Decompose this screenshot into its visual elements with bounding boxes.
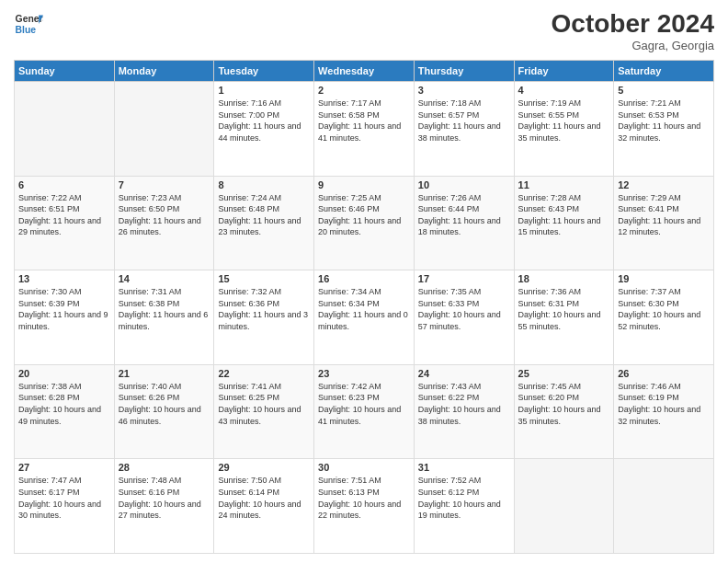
day-number: 11 — [518, 179, 610, 190]
day-info: Sunrise: 7:50 AM Sunset: 6:14 PM Dayligh… — [218, 475, 310, 521]
day-info: Sunrise: 7:46 AM Sunset: 6:19 PM Dayligh… — [618, 381, 710, 427]
calendar-cell: 8Sunrise: 7:24 AM Sunset: 6:48 PM Daylig… — [214, 176, 314, 270]
day-number: 2 — [318, 85, 410, 96]
day-info: Sunrise: 7:51 AM Sunset: 6:13 PM Dayligh… — [318, 475, 410, 521]
weekday-header-wednesday: Wednesday — [314, 61, 415, 82]
calendar-cell: 14Sunrise: 7:31 AM Sunset: 6:38 PM Dayli… — [114, 270, 214, 365]
calendar-cell — [614, 459, 714, 554]
day-number: 9 — [318, 179, 410, 190]
day-number: 24 — [418, 368, 510, 379]
day-number: 25 — [518, 368, 610, 379]
day-number: 17 — [418, 273, 510, 284]
logo-icon: General Blue — [14, 9, 43, 39]
day-number: 28 — [119, 462, 210, 473]
calendar-week-3: 13Sunrise: 7:30 AM Sunset: 6:39 PM Dayli… — [15, 270, 714, 365]
calendar-cell: 9Sunrise: 7:25 AM Sunset: 6:46 PM Daylig… — [314, 176, 415, 270]
weekday-header-monday: Monday — [114, 61, 214, 82]
day-number: 18 — [518, 273, 610, 284]
calendar-cell: 16Sunrise: 7:34 AM Sunset: 6:34 PM Dayli… — [314, 270, 415, 365]
day-info: Sunrise: 7:29 AM Sunset: 6:41 PM Dayligh… — [618, 192, 710, 238]
day-info: Sunrise: 7:34 AM Sunset: 6:34 PM Dayligh… — [318, 286, 410, 332]
calendar-cell: 22Sunrise: 7:41 AM Sunset: 6:25 PM Dayli… — [214, 364, 314, 459]
day-number: 12 — [618, 179, 710, 190]
day-info: Sunrise: 7:17 AM Sunset: 6:58 PM Dayligh… — [318, 98, 410, 144]
day-number: 8 — [218, 179, 310, 190]
day-info: Sunrise: 7:42 AM Sunset: 6:23 PM Dayligh… — [318, 381, 410, 427]
day-info: Sunrise: 7:40 AM Sunset: 6:26 PM Dayligh… — [119, 381, 210, 427]
day-info: Sunrise: 7:23 AM Sunset: 6:50 PM Dayligh… — [119, 192, 210, 238]
weekday-header-thursday: Thursday — [414, 61, 514, 82]
day-number: 23 — [318, 368, 410, 379]
calendar-cell: 23Sunrise: 7:42 AM Sunset: 6:23 PM Dayli… — [314, 364, 415, 459]
calendar-week-4: 20Sunrise: 7:38 AM Sunset: 6:28 PM Dayli… — [15, 364, 714, 459]
day-info: Sunrise: 7:41 AM Sunset: 6:25 PM Dayligh… — [218, 381, 310, 427]
day-number: 26 — [618, 368, 710, 379]
calendar-table: SundayMondayTuesdayWednesdayThursdayFrid… — [14, 60, 714, 554]
day-info: Sunrise: 7:37 AM Sunset: 6:30 PM Dayligh… — [618, 286, 710, 332]
day-number: 27 — [18, 462, 110, 473]
calendar-cell: 7Sunrise: 7:23 AM Sunset: 6:50 PM Daylig… — [114, 176, 214, 270]
day-number: 15 — [218, 273, 310, 284]
day-info: Sunrise: 7:30 AM Sunset: 6:39 PM Dayligh… — [18, 286, 110, 332]
page: General Blue October 2024 Gagra, Georgia… — [0, 0, 728, 563]
day-number: 21 — [119, 368, 210, 379]
day-info: Sunrise: 7:18 AM Sunset: 6:57 PM Dayligh… — [418, 98, 510, 144]
calendar-cell: 30Sunrise: 7:51 AM Sunset: 6:13 PM Dayli… — [314, 459, 415, 554]
calendar-cell: 15Sunrise: 7:32 AM Sunset: 6:36 PM Dayli… — [214, 270, 314, 365]
weekday-header-row: SundayMondayTuesdayWednesdayThursdayFrid… — [15, 61, 714, 82]
calendar-cell — [114, 82, 214, 177]
calendar-cell: 31Sunrise: 7:52 AM Sunset: 6:12 PM Dayli… — [414, 459, 514, 554]
calendar-cell — [15, 82, 115, 177]
calendar-cell: 4Sunrise: 7:19 AM Sunset: 6:55 PM Daylig… — [514, 82, 614, 177]
day-number: 16 — [318, 273, 410, 284]
day-number: 29 — [218, 462, 310, 473]
day-info: Sunrise: 7:47 AM Sunset: 6:17 PM Dayligh… — [18, 475, 110, 521]
day-info: Sunrise: 7:28 AM Sunset: 6:43 PM Dayligh… — [518, 192, 610, 238]
day-number: 1 — [218, 85, 310, 96]
calendar-cell: 24Sunrise: 7:43 AM Sunset: 6:22 PM Dayli… — [414, 364, 514, 459]
day-number: 4 — [518, 85, 610, 96]
day-number: 31 — [418, 462, 510, 473]
calendar-cell: 20Sunrise: 7:38 AM Sunset: 6:28 PM Dayli… — [15, 364, 115, 459]
day-number: 13 — [18, 273, 110, 284]
calendar-cell: 12Sunrise: 7:29 AM Sunset: 6:41 PM Dayli… — [614, 176, 714, 270]
month-title: October 2024 — [552, 9, 714, 39]
day-info: Sunrise: 7:35 AM Sunset: 6:33 PM Dayligh… — [418, 286, 510, 332]
calendar-cell: 19Sunrise: 7:37 AM Sunset: 6:30 PM Dayli… — [614, 270, 714, 365]
day-info: Sunrise: 7:19 AM Sunset: 6:55 PM Dayligh… — [518, 98, 610, 144]
day-info: Sunrise: 7:36 AM Sunset: 6:31 PM Dayligh… — [518, 286, 610, 332]
day-info: Sunrise: 7:24 AM Sunset: 6:48 PM Dayligh… — [218, 192, 310, 238]
calendar-cell: 28Sunrise: 7:48 AM Sunset: 6:16 PM Dayli… — [114, 459, 214, 554]
logo: General Blue — [14, 9, 43, 39]
calendar-cell: 6Sunrise: 7:22 AM Sunset: 6:51 PM Daylig… — [15, 176, 115, 270]
day-number: 7 — [119, 179, 210, 190]
weekday-header-saturday: Saturday — [614, 61, 714, 82]
day-info: Sunrise: 7:31 AM Sunset: 6:38 PM Dayligh… — [119, 286, 210, 332]
day-info: Sunrise: 7:32 AM Sunset: 6:36 PM Dayligh… — [218, 286, 310, 332]
day-number: 22 — [218, 368, 310, 379]
day-info: Sunrise: 7:45 AM Sunset: 6:20 PM Dayligh… — [518, 381, 610, 427]
day-info: Sunrise: 7:22 AM Sunset: 6:51 PM Dayligh… — [18, 192, 110, 238]
calendar-cell — [514, 459, 614, 554]
calendar-week-5: 27Sunrise: 7:47 AM Sunset: 6:17 PM Dayli… — [15, 459, 714, 554]
calendar-cell: 2Sunrise: 7:17 AM Sunset: 6:58 PM Daylig… — [314, 82, 415, 177]
day-info: Sunrise: 7:52 AM Sunset: 6:12 PM Dayligh… — [418, 475, 510, 521]
day-info: Sunrise: 7:38 AM Sunset: 6:28 PM Dayligh… — [18, 381, 110, 427]
calendar-cell: 10Sunrise: 7:26 AM Sunset: 6:44 PM Dayli… — [414, 176, 514, 270]
day-number: 20 — [18, 368, 110, 379]
svg-text:Blue: Blue — [16, 25, 37, 35]
day-number: 19 — [618, 273, 710, 284]
calendar-cell: 13Sunrise: 7:30 AM Sunset: 6:39 PM Dayli… — [15, 270, 115, 365]
calendar-week-1: 1Sunrise: 7:16 AM Sunset: 7:00 PM Daylig… — [15, 82, 714, 177]
calendar-cell: 21Sunrise: 7:40 AM Sunset: 6:26 PM Dayli… — [114, 364, 214, 459]
header: General Blue October 2024 Gagra, Georgia — [14, 9, 714, 52]
calendar-cell: 11Sunrise: 7:28 AM Sunset: 6:43 PM Dayli… — [514, 176, 614, 270]
weekday-header-tuesday: Tuesday — [214, 61, 314, 82]
weekday-header-sunday: Sunday — [15, 61, 115, 82]
calendar-cell: 5Sunrise: 7:21 AM Sunset: 6:53 PM Daylig… — [614, 82, 714, 177]
calendar-cell: 29Sunrise: 7:50 AM Sunset: 6:14 PM Dayli… — [214, 459, 314, 554]
day-number: 6 — [18, 179, 110, 190]
calendar-cell: 1Sunrise: 7:16 AM Sunset: 7:00 PM Daylig… — [214, 82, 314, 177]
day-info: Sunrise: 7:16 AM Sunset: 7:00 PM Dayligh… — [218, 98, 310, 144]
day-number: 5 — [618, 85, 710, 96]
